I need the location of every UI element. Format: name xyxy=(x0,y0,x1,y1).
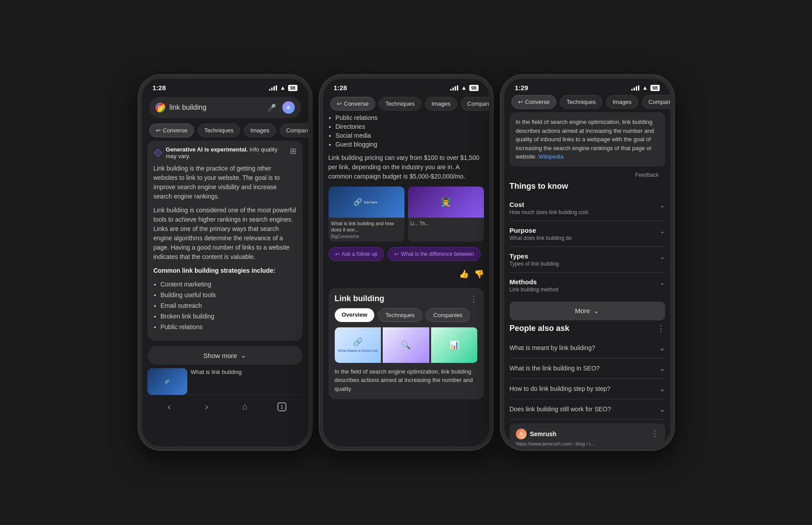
cost-title: Cost xyxy=(510,201,588,208)
tab-techniques-1[interactable]: Techniques xyxy=(198,123,240,137)
video-thumb-purple: 👨‍🏫 xyxy=(408,187,484,218)
paa-dots-icon[interactable]: ⋮ xyxy=(657,324,665,334)
purpose-item[interactable]: Purpose What does link building do ⌄ xyxy=(510,221,665,247)
cost-chevron-icon: ⌄ xyxy=(660,202,665,209)
semrush-brand-name: Semrush xyxy=(530,430,557,438)
tab-images-3[interactable]: Images xyxy=(606,95,638,109)
avatar-1[interactable]: A xyxy=(282,101,295,114)
feedback-row-2: 👍 👎 xyxy=(329,266,484,282)
tab-techniques-3[interactable]: Techniques xyxy=(560,95,602,109)
notch-1 xyxy=(198,79,252,92)
mic-icon-1[interactable]: 🎤 xyxy=(265,101,278,114)
purpose-chevron-icon: ⌄ xyxy=(660,227,665,235)
search-bar-1[interactable]: G link building 🎤 A xyxy=(149,97,301,118)
follow-up-label-0: Ask a follow up xyxy=(342,251,378,257)
paa-item-2[interactable]: How to do link building step by step? ⌄ xyxy=(510,379,665,399)
techniques-label-1: Techniques xyxy=(204,127,234,134)
tab-companies-3[interactable]: Companies xyxy=(642,95,670,109)
video-thumb-icon-1: 🔗 xyxy=(165,379,170,384)
status-right-1: ▲ 98 xyxy=(269,84,297,91)
things-to-know-3: Things to know Cost How much does link b… xyxy=(510,182,665,320)
tabs-row-3: ↩ Converse Techniques Images Companies xyxy=(504,93,670,112)
section-title-2: Link building xyxy=(335,294,384,303)
semrush-url: https://www.semrush.com › blog › l... xyxy=(516,441,651,446)
tab-converse-3[interactable]: ↩ Converse xyxy=(511,95,557,109)
converse-label-1: Converse xyxy=(163,127,188,134)
more-button-3[interactable]: More ⌄ xyxy=(510,302,665,320)
paa-chevron-3: ⌄ xyxy=(659,405,665,414)
overview-tab-active[interactable]: Overview xyxy=(335,308,375,322)
tabs-button-1[interactable]: 1 xyxy=(277,402,286,411)
tab-companies-2[interactable]: Companies xyxy=(461,97,489,111)
tab-images-2[interactable]: Images xyxy=(425,97,457,111)
phone-1: 1:28 ▶ ▲ 98 G link building 🎤 A xyxy=(139,75,312,450)
paa-item-3[interactable]: Does link building still work for SEO? ⌄ xyxy=(510,399,665,420)
paa-item-1[interactable]: What is the link building in SEO? ⌄ xyxy=(510,358,665,379)
bullet-item-3: Guest blogging xyxy=(336,141,484,148)
techniques-tab-2[interactable]: Techniques xyxy=(378,308,422,322)
video-source-0: BigCommerce xyxy=(331,234,402,239)
ai-grid-icon-1[interactable]: ⊞ xyxy=(290,146,297,156)
phone2-content: ↩ Converse Techniques Images Companies P… xyxy=(323,93,489,446)
scroll-content-2: Public relations Directories Social medi… xyxy=(323,114,489,446)
signal-icon-3 xyxy=(631,85,639,91)
paa-item-0[interactable]: What is meant by link building? ⌄ xyxy=(510,338,665,358)
list-item-2: Email outreach xyxy=(161,301,297,310)
three-dots-icon-2[interactable]: ⋮ xyxy=(470,294,478,304)
tab-images-1[interactable]: Images xyxy=(244,123,276,137)
thumbs-up-btn[interactable]: 👍 xyxy=(459,269,469,279)
wiki-link-3[interactable]: Wikipedia xyxy=(539,153,563,160)
search-input-1[interactable]: link building xyxy=(170,103,261,111)
status-right-2: ▲ 98 xyxy=(450,84,478,91)
semrush-result-3[interactable]: S Semrush https://www.semrush.com › blog… xyxy=(510,423,665,447)
thumbs-down-btn[interactable]: 👎 xyxy=(474,269,484,279)
wifi-icon-3: ▲ xyxy=(642,84,648,91)
time-3: 1:29 xyxy=(515,84,528,91)
methods-title: Methods xyxy=(510,278,558,286)
back-button-1[interactable]: ‹ xyxy=(163,399,175,414)
phone3-scroll: In the field of search engine optimizati… xyxy=(504,112,670,446)
video-title-0: What is link building and how does it wo… xyxy=(331,220,402,233)
video-card-1[interactable]: 👨‍🏫 Li... Th... xyxy=(408,187,484,242)
video-info-1: Li... Th... xyxy=(408,218,484,229)
things-title-3: Things to know xyxy=(510,182,665,191)
converse-icon-3: ↩ xyxy=(518,99,523,105)
bullet-item-1: Directories xyxy=(336,123,484,130)
img-1: 🔗 What Makes a Good Link xyxy=(335,327,381,363)
types-item[interactable]: Types Types of link building ⌄ xyxy=(510,247,665,273)
phone-3: 1:29 ▲ 98 ↩ Converse Techniques xyxy=(501,75,674,450)
notch-3 xyxy=(561,79,614,92)
cost-item[interactable]: Cost How much does link building cost ⌄ xyxy=(510,195,665,221)
methods-item[interactable]: Methods Link building method ⌄ xyxy=(510,273,665,298)
video-thumb-1[interactable]: 🔗 xyxy=(147,368,187,395)
methods-subtitle: Link building method xyxy=(510,286,558,293)
ai-list-header: Common link building strategies include: xyxy=(154,266,297,275)
list-item-1: Building useful tools xyxy=(161,290,297,300)
forward-button-1[interactable]: › xyxy=(201,399,213,414)
companies-label-3: Companies xyxy=(649,99,670,105)
difference-btn[interactable]: ↩ What is the difference between xyxy=(388,247,481,261)
battery-icon-2: 98 xyxy=(469,85,478,91)
show-more-label: Show more xyxy=(203,352,237,359)
show-more-button[interactable]: Show more ⌄ xyxy=(147,346,303,365)
video-thumb-blue: 🔗 lick here xyxy=(329,187,404,218)
tab-converse-1[interactable]: ↩ Converse xyxy=(149,123,194,137)
ask-follow-up-btn[interactable]: ↩ Ask a follow up xyxy=(329,247,384,261)
video-card-0[interactable]: 🔗 lick here What is link building and ho… xyxy=(329,187,404,242)
semrush-dots-icon[interactable]: ⋮ xyxy=(651,429,659,438)
svg-marker-1 xyxy=(155,151,160,155)
images-label-1: Images xyxy=(250,127,269,134)
converse-icon-1: ↩ xyxy=(156,127,161,134)
tabs-row-2: ↩ Converse Techniques Images Companies xyxy=(323,93,489,114)
tab-companies-1[interactable]: Companies xyxy=(280,123,308,137)
list-item-0: Content marketing xyxy=(161,280,297,289)
home-button-1[interactable]: ⌂ xyxy=(238,399,252,414)
companies-tab-2[interactable]: Companies xyxy=(426,308,470,322)
feedback-link-3[interactable]: Feedback xyxy=(510,170,665,182)
section-desc-2: In the field of search engine optimizati… xyxy=(335,367,478,394)
bullet-item-2: Social media xyxy=(336,132,484,139)
phones-container: 1:28 ▶ ▲ 98 G link building 🎤 A xyxy=(139,75,674,450)
tab-techniques-2[interactable]: Techniques xyxy=(379,97,421,111)
tab-converse-2[interactable]: ↩ Converse xyxy=(330,97,376,111)
paa-chevron-2: ⌄ xyxy=(659,385,665,393)
